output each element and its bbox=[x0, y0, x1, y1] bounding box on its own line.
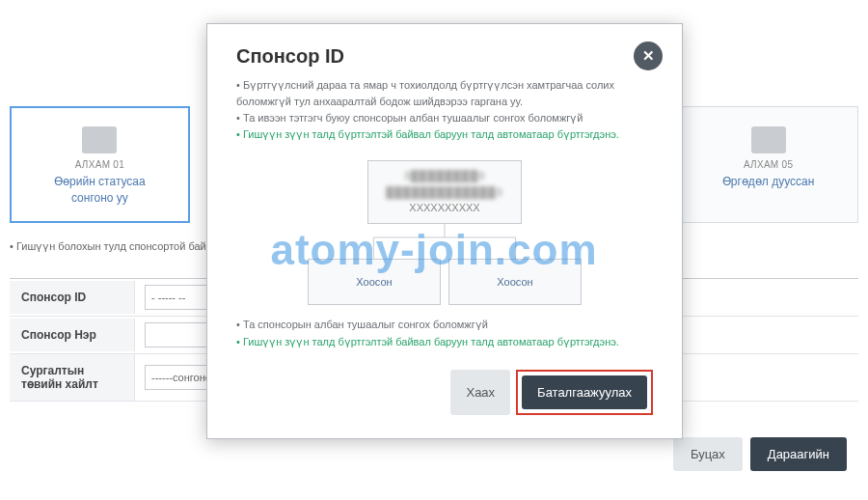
sponsor-code: XXXXXXXXXX bbox=[409, 200, 479, 216]
sponsor-masked-line: █████████████3 bbox=[386, 184, 502, 201]
modal-bullet: • Гишүүн зүүн талд бүртгэлтэй байвал бар… bbox=[236, 126, 653, 143]
confirm-highlight: Баталгаажуулах bbox=[516, 370, 653, 415]
modal-actions: Хаах Баталгаажуулах bbox=[236, 370, 653, 415]
modal-bullet: • Бүртгүүлсний дараа та ямар ч тохиолдол… bbox=[236, 77, 653, 110]
modal-info: • Бүртгүүлсний дараа та ямар ч тохиолдол… bbox=[236, 77, 653, 143]
close-icon[interactable]: ✕ bbox=[634, 42, 663, 70]
modal-bullet: • Та ивээн тэтгэгч буюу спонсорын албан … bbox=[236, 110, 653, 126]
close-button[interactable]: Хаах bbox=[450, 370, 510, 415]
tree-node-right[interactable]: Хоосон bbox=[448, 259, 582, 305]
confirm-button[interactable]: Баталгаажуулах bbox=[522, 375, 647, 409]
node-label: Хоосон bbox=[356, 274, 392, 291]
modal-title: Спонсор ID bbox=[236, 45, 653, 68]
sponsor-tree: 3████████0 █████████████3 XXXXXXXXXX Хоо… bbox=[236, 160, 653, 305]
sponsor-id-modal: ✕ Спонсор ID • Бүртгүүлсний дараа та яма… bbox=[206, 23, 683, 439]
modal-bullet: • Та спонсорын албан тушаалыг сонгох бол… bbox=[236, 317, 653, 334]
tree-node-sponsor: 3████████0 █████████████3 XXXXXXXXXX bbox=[367, 160, 522, 224]
modal-bullet: • Гишүүн зүүн талд бүртгэлтэй байвал бар… bbox=[236, 334, 653, 351]
tree-node-left[interactable]: Хоосон bbox=[308, 259, 441, 305]
sponsor-masked-line: 3████████0 bbox=[404, 168, 486, 184]
node-label: Хоосон bbox=[497, 274, 532, 291]
modal-info-2: • Та спонсорын албан тушаалыг сонгох бол… bbox=[236, 317, 653, 350]
